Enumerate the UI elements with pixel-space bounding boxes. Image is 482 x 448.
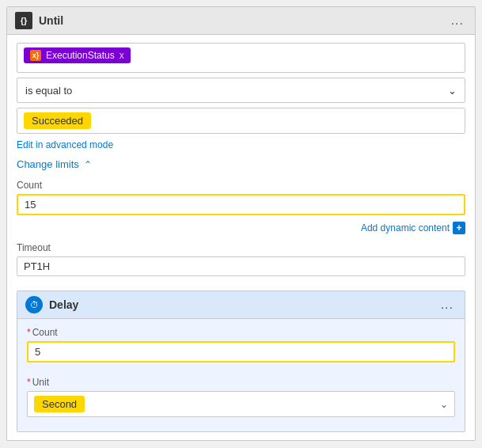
unit-badge: Second (34, 396, 85, 412)
delay-unit-label-row: * Unit (27, 377, 455, 388)
count-field-group: Count (17, 180, 465, 215)
operator-label: is equal to (25, 85, 72, 97)
delay-title: Delay (49, 298, 78, 311)
delay-icon: ⏱ (25, 296, 43, 313)
delay-body: * Count * Unit Second ⌄ (17, 319, 465, 431)
tag-close-button[interactable]: x (120, 50, 124, 61)
header-ellipsis-button[interactable]: ... (448, 12, 467, 29)
header-icon-symbol: {} (21, 16, 28, 25)
chevron-up-icon: ⌃ (84, 159, 92, 170)
delay-count-group: * Count (27, 327, 455, 370)
delay-icon-symbol: ⏱ (30, 300, 39, 309)
timeout-label: Timeout (17, 242, 465, 253)
delay-count-label-row: * Count (27, 327, 455, 338)
delay-count-input[interactable] (27, 341, 455, 363)
header-icon: {} (15, 12, 32, 29)
card-body: x} ExecutionStatus x is equal to ⌄ Succe… (7, 35, 475, 440)
chevron-down-icon: ⌄ (448, 85, 457, 97)
count-required-asterisk: * (27, 327, 31, 338)
succeeded-badge: Succeeded (24, 112, 91, 129)
timeout-input[interactable] (17, 256, 465, 276)
until-card: {} Until ... x} ExecutionStatus x is equ… (6, 6, 476, 441)
count-input[interactable] (17, 194, 465, 215)
unit-required-asterisk: * (27, 377, 31, 388)
header-left: {} Until (15, 12, 63, 29)
delay-unit-group: * Unit Second ⌄ (27, 377, 455, 417)
tag-icon: x} (30, 50, 41, 61)
change-limits-label: Change limits (17, 158, 79, 170)
advanced-mode-link[interactable]: Edit in advanced mode (17, 139, 113, 150)
delay-header: ⏱ Delay ... (17, 291, 465, 319)
value-row: Succeeded (17, 108, 465, 134)
change-limits-row[interactable]: Change limits ⌃ (17, 158, 465, 170)
delay-ellipsis-button[interactable]: ... (438, 296, 457, 313)
delay-unit-label: Unit (32, 377, 49, 388)
timeout-field-group: Timeout (17, 242, 465, 281)
add-dynamic-content-row[interactable]: Add dynamic content + (17, 222, 465, 234)
condition-tag-row: x} ExecutionStatus x (17, 43, 465, 73)
unit-chevron-down-icon: ⌄ (440, 399, 448, 410)
operator-dropdown[interactable]: is equal to ⌄ (17, 78, 465, 103)
add-dynamic-content-label: Add dynamic content (361, 222, 450, 233)
delay-card: ⏱ Delay ... * Count * (17, 290, 465, 432)
execution-status-tag[interactable]: x} ExecutionStatus x (24, 47, 131, 63)
card-title: Until (39, 14, 63, 27)
add-dynamic-icon: + (453, 222, 465, 234)
card-header: {} Until ... (7, 7, 475, 35)
tag-label: ExecutionStatus (46, 50, 115, 61)
delay-count-label: Count (32, 327, 58, 338)
count-label: Count (17, 180, 465, 191)
delay-header-left: ⏱ Delay (25, 296, 78, 313)
unit-dropdown[interactable]: Second ⌄ (27, 391, 455, 417)
